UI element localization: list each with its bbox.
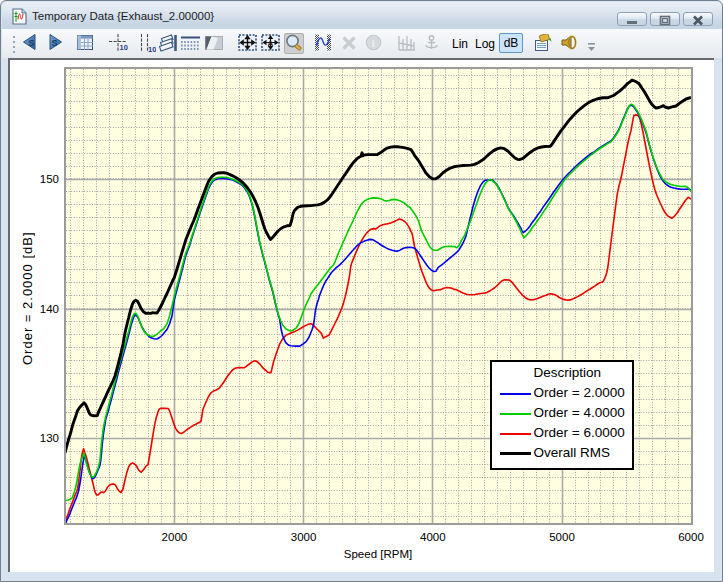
svg-text:10: 10	[120, 43, 128, 52]
svg-text:S: S	[52, 38, 58, 48]
svg-text:10: 10	[148, 45, 156, 54]
svg-text:S: S	[29, 38, 35, 48]
svg-text:i: i	[372, 37, 375, 49]
svg-text:A: A	[268, 39, 274, 48]
